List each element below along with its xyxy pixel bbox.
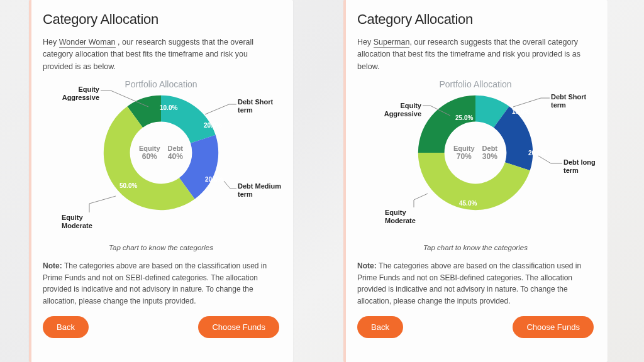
chart-title: Portfolio Allocation — [357, 79, 594, 89]
chart-caption: Tap chart to know the categories — [43, 244, 279, 251]
donut-chart[interactable]: Portfolio Allocation Equity70% Debt30% 2… — [357, 79, 594, 243]
allocation-card-1: Category Allocation Hey Superman, our re… — [343, 0, 608, 362]
page-title: Category Allocation — [357, 11, 594, 28]
page-title: Category Allocation — [43, 11, 279, 28]
pct-label: 25.0% — [455, 114, 473, 121]
username: Wonder Woman — [59, 38, 116, 48]
pct-label: 10.0% — [512, 108, 530, 115]
cat-label: Debt long term — [564, 158, 597, 175]
back-button[interactable]: Back — [357, 316, 403, 338]
pct-label: 50.0% — [119, 182, 137, 189]
cat-label: Equity Moderate — [62, 214, 106, 230]
pct-label: 45.0% — [459, 200, 477, 207]
cat-label: Debt Medium term — [238, 182, 282, 199]
note-text: Note: The categories above are based on … — [43, 260, 279, 307]
chart-caption: Tap chart to know the categories — [357, 244, 594, 251]
pct-label: 20.0% — [204, 122, 221, 129]
pct-label: 10.0% — [160, 104, 177, 111]
pct-label: 20.0% — [205, 176, 223, 183]
choose-funds-button[interactable]: Choose Funds — [513, 316, 594, 338]
cat-label: Equity Moderate — [385, 209, 429, 225]
cat-label: Debt Short term — [551, 93, 595, 109]
cat-label: Equity Aggressive — [376, 102, 421, 118]
username: Superman — [374, 38, 410, 48]
intro-text: Hey Wonder Woman , our research suggests… — [43, 36, 279, 73]
intro-text: Hey Superman, our research suggests that… — [357, 36, 594, 73]
donut-chart[interactable]: Portfolio Allocation Equity60% Debt40% 1… — [43, 79, 279, 243]
cat-label: Debt Short term — [238, 98, 282, 114]
pct-label: 20.0% — [528, 150, 546, 156]
allocation-card-0: Category Allocation Hey Wonder Woman , o… — [29, 0, 293, 362]
choose-funds-button[interactable]: Choose Funds — [198, 316, 279, 338]
back-button[interactable]: Back — [43, 316, 89, 338]
cat-label: Equity Aggressive — [54, 85, 99, 102]
note-text: Note: The categories above are based on … — [357, 260, 594, 307]
